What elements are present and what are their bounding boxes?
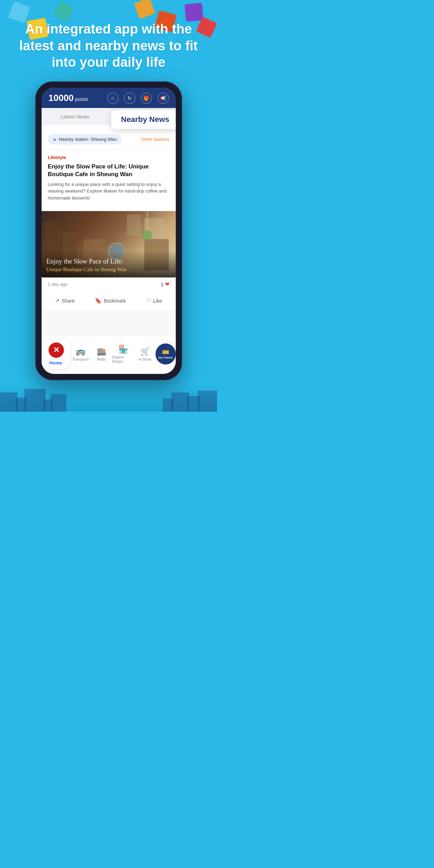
tab-nearby-news[interactable]: Nearby News Nearby News xyxy=(109,108,176,125)
article-meta: 1 day ago 1 ❤ xyxy=(42,277,176,291)
nav-home-label: Home xyxy=(49,360,62,366)
nav-home[interactable]: ✕ Home xyxy=(42,339,70,369)
bookmark-button[interactable]: 🔖 Bookmark xyxy=(91,295,130,306)
phone-mockup: 10000 points ☆ ↻ 🎁 📢 Latest News Nearby … xyxy=(0,81,217,391)
broadcast-icon[interactable]: 📢 xyxy=(158,93,169,104)
nav-estore-label: e-Store xyxy=(139,357,151,361)
phone-screen: 10000 points ☆ ↻ 🎁 📢 Latest News Nearby … xyxy=(42,88,176,374)
station-shops-icon: 🏪 xyxy=(118,345,128,354)
points-label: points xyxy=(75,96,88,102)
share-icon: ↗ xyxy=(55,297,59,304)
nearby-news-tooltip-text: Nearby News xyxy=(121,115,169,124)
nearby-news-tooltip: Nearby News xyxy=(111,110,175,129)
content-area: ➤ Nearby station: Sheung Wan Other stati… xyxy=(42,125,176,211)
tickets-icon: 🎫 xyxy=(162,349,169,355)
nav-malls-label: Malls xyxy=(97,357,106,361)
tabs-container: Latest News Nearby News Nearby News xyxy=(42,108,176,125)
station-bar: ➤ Nearby station: Sheung Wan Other stati… xyxy=(48,131,169,150)
share-button[interactable]: ↗ Share xyxy=(51,295,79,306)
heart-icon: ❤ xyxy=(165,281,169,288)
image-overlay: Enjoy the Slow Pace of Life: Unique Bout… xyxy=(42,251,176,277)
like-button[interactable]: ♡ Like xyxy=(142,295,166,306)
app-header: 10000 points ☆ ↻ 🎁 📢 xyxy=(42,88,176,108)
nav-malls[interactable]: 🏬 Malls xyxy=(91,347,112,361)
nav-my-tickets[interactable]: 🎫 My Tickets xyxy=(155,343,175,364)
action-buttons: ↗ Share 🔖 Bookmark ♡ Like xyxy=(42,291,176,311)
location-icon: ➤ xyxy=(53,137,57,142)
header-icons: ☆ ↻ 🎁 📢 xyxy=(107,93,169,104)
article-excerpt: Looking for a unique place with a quiet … xyxy=(48,181,169,202)
bookmark-icon: 🔖 xyxy=(95,297,102,304)
hero-section: An integrated app with the latest and ne… xyxy=(0,0,217,81)
tab-latest-news[interactable]: Latest News xyxy=(42,108,109,125)
hero-title: An integrated app with the latest and ne… xyxy=(14,21,203,71)
nav-estore[interactable]: 🛒 e-Store xyxy=(135,347,155,361)
nav-my-tickets-label: My Tickets xyxy=(159,356,173,360)
home-icon: ✕ xyxy=(49,342,64,358)
gift-icon[interactable]: 🎁 xyxy=(141,93,152,104)
nav-station-shops[interactable]: 🏪 Station Shops xyxy=(112,345,135,363)
malls-icon: 🏬 xyxy=(97,347,106,356)
article-image: Enjoy the Slow Pace of Life: Unique Bout… xyxy=(42,211,176,277)
bottom-nav: ✕ Home 🚌 Transport 🏬 Malls 🏪 Station Sho… xyxy=(42,335,176,374)
estore-icon: 🛒 xyxy=(140,347,150,356)
nav-transport-label: Transport xyxy=(72,357,89,361)
nav-station-shops-label: Station Shops xyxy=(112,355,135,363)
points-display: 10000 points xyxy=(49,93,88,103)
home-logo: ✕ xyxy=(53,346,59,355)
transport-icon: 🚌 xyxy=(76,347,85,356)
article-title[interactable]: Enjoy the Slow Pace of Life: Unique Bout… xyxy=(48,163,169,178)
image-overlay-title-2: Unique Boutique Cafe in Sheung Wan xyxy=(46,267,171,273)
refresh-icon[interactable]: ↻ xyxy=(124,93,135,104)
next-article-preview xyxy=(42,311,176,335)
like-icon: ♡ xyxy=(146,297,151,304)
station-tag[interactable]: ➤ Nearby station: Sheung Wan xyxy=(48,134,122,145)
star-icon[interactable]: ☆ xyxy=(107,93,118,104)
time-ago: 1 day ago xyxy=(48,282,68,287)
likes-count: 1 ❤ xyxy=(161,281,169,288)
points-number: 10000 xyxy=(49,93,74,103)
other-stations-link[interactable]: Other stations xyxy=(141,137,169,142)
station-name: Nearby station: Sheung Wan xyxy=(59,137,117,142)
phone-frame: 10000 points ☆ ↻ 🎁 📢 Latest News Nearby … xyxy=(35,81,182,381)
image-overlay-title-1: Enjoy the Slow Pace of Life: xyxy=(46,258,171,265)
article-category: Lifestyle xyxy=(48,155,169,160)
nav-transport[interactable]: 🚌 Transport xyxy=(70,347,91,361)
